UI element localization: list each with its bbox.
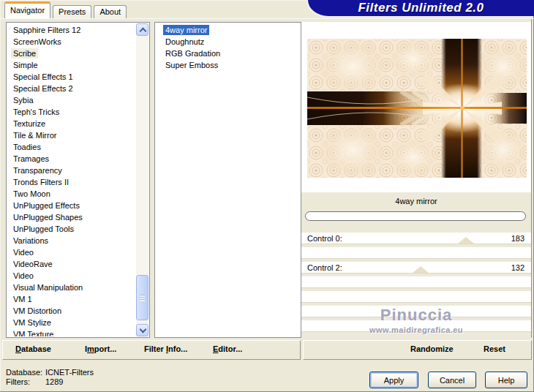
tab-navigator[interactable]: Navigator: [4, 1, 50, 18]
category-list-item[interactable]: Video: [11, 271, 135, 282]
scrollbar-thumb[interactable]: [136, 275, 148, 320]
control-slider-row[interactable]: Control 0: 183: [301, 233, 531, 244]
filter-list-item[interactable]: Super Emboss: [163, 60, 299, 72]
filter-list-item[interactable]: Doughnutz: [163, 37, 299, 48]
category-list-item[interactable]: Simple: [11, 60, 135, 72]
category-list-item[interactable]: Sapphire Filters 12: [11, 25, 135, 37]
category-list-item[interactable]: Sybia: [11, 95, 135, 107]
category-list-item[interactable]: Transparency: [11, 165, 135, 177]
cancel-button[interactable]: Cancel: [428, 372, 476, 388]
filter-items: 4way mirrorDoughnutzRGB GradationSuper E…: [163, 23, 299, 336]
filters-unlimited-dialog: Navigator Presets About Filters Unlimite…: [0, 0, 534, 392]
right-panel-edge: [531, 19, 532, 338]
filter-listbox[interactable]: 4way mirrorDoughnutzRGB GradationSuper E…: [154, 22, 301, 338]
title-banner: Filters Unlimited 2.0: [308, 0, 534, 16]
control-label: Control 2:: [307, 263, 342, 272]
category-list-item[interactable]: VideoRave: [11, 259, 135, 271]
database-button[interactable]: Database: [15, 344, 51, 353]
category-list-item[interactable]: Tramages: [11, 154, 135, 165]
tab-about[interactable]: About: [94, 5, 127, 18]
empty-slider-row: [301, 247, 531, 259]
empty-slider-row: [301, 306, 531, 317]
category-list-item[interactable]: Texturize: [11, 118, 135, 130]
category-list-item[interactable]: Visual Manipulation: [11, 282, 135, 294]
category-list-item[interactable]: VM 1: [11, 294, 135, 306]
filter-list-item[interactable]: RGB Gradation: [163, 48, 299, 60]
status-database-label: Database:: [6, 368, 42, 377]
category-list-item[interactable]: VM Stylize: [11, 317, 135, 329]
control-slider-row[interactable]: Control 2: 132: [301, 262, 531, 274]
empty-slider-row: [301, 276, 531, 288]
import-button[interactable]: Import...: [85, 344, 116, 353]
status-filters-value: 1289: [45, 377, 63, 386]
thumb-grip-icon: [140, 295, 145, 301]
control-value: 132: [511, 263, 524, 272]
control-value: 183: [511, 234, 524, 243]
category-list-item[interactable]: UnPlugged Effects: [11, 200, 135, 212]
category-list-item[interactable]: Variations: [11, 235, 135, 247]
scroll-down-button[interactable]: [136, 324, 148, 336]
tab-bar: Navigator Presets About: [4, 2, 129, 18]
category-list-item[interactable]: UnPlugged Shapes: [11, 212, 135, 224]
chevron-up-icon: [140, 28, 147, 35]
category-list-item[interactable]: Video: [11, 247, 135, 259]
preview-caption: 4way mirror: [395, 197, 437, 206]
category-listbox[interactable]: Sapphire Filters 12ScreenWorksScribeSimp…: [6, 22, 150, 338]
category-scrollbar[interactable]: [136, 23, 148, 336]
help-button[interactable]: Help: [485, 372, 527, 388]
chevron-down-icon: [140, 326, 147, 333]
filter-info-button[interactable]: Filter Info...: [144, 344, 187, 353]
category-list-item[interactable]: VM Texture: [11, 329, 135, 336]
empty-slider-row: [301, 320, 531, 332]
category-list-item[interactable]: VM Distortion: [11, 306, 135, 317]
preview-caption-bar: 4way mirror: [301, 192, 531, 211]
status-database-value: ICNET-Filters: [45, 368, 94, 377]
category-list-item[interactable]: Special Effects 1: [11, 72, 135, 83]
status-filters-label: Filters:: [6, 377, 30, 386]
toolbar-right: Randomize Reset: [303, 340, 532, 360]
category-items: Sapphire Filters 12ScreenWorksScribeSimp…: [11, 23, 135, 336]
apply-button[interactable]: Apply: [369, 372, 418, 388]
category-list-item[interactable]: Special Effects 2: [11, 83, 135, 95]
category-list-item[interactable]: Two Moon: [11, 189, 135, 200]
editor-button[interactable]: Editor...: [213, 344, 242, 353]
category-list-item[interactable]: Tile & Mirror: [11, 130, 135, 142]
category-list-item[interactable]: Toadies: [11, 142, 135, 154]
category-list-item[interactable]: Teph's Tricks: [11, 107, 135, 118]
filter-list-item[interactable]: 4way mirror: [163, 25, 299, 37]
progress-bar: [305, 211, 526, 221]
randomize-button[interactable]: Randomize: [410, 344, 454, 353]
preview-container: [301, 22, 531, 192]
control-label: Control 0:: [307, 234, 342, 243]
control-sliders: Control 0: 183 Control 2: 132: [301, 233, 531, 332]
tab-presets[interactable]: Presets: [53, 5, 91, 18]
preview-image: [307, 39, 527, 178]
toolbar-left: Database Import... Filter Info... Editor…: [2, 340, 301, 360]
slider-thumb[interactable]: [413, 266, 429, 273]
scroll-up-button[interactable]: [136, 23, 148, 36]
category-list-item[interactable]: Scribe: [11, 48, 135, 60]
tabstrip-baseline: [0, 18, 534, 19]
reset-button[interactable]: Reset: [484, 344, 505, 353]
category-list-item[interactable]: ScreenWorks: [11, 37, 135, 48]
window-title: Filters Unlimited 2.0: [308, 0, 534, 15]
empty-slider-row: [301, 291, 531, 303]
slider-thumb[interactable]: [458, 237, 474, 244]
category-list-item[interactable]: UnPlugged Tools: [11, 224, 135, 235]
category-list-item[interactable]: Tronds Filters II: [11, 177, 135, 189]
